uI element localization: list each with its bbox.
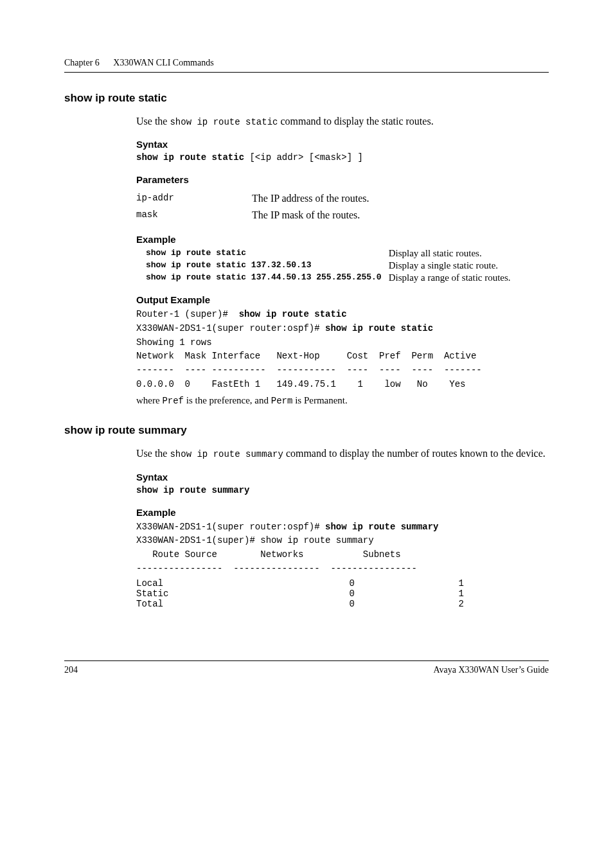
- page-number: 204: [64, 665, 78, 675]
- parameters-label: Parameters: [136, 174, 549, 185]
- param-row: mask The IP mask of the routes.: [136, 207, 369, 224]
- static-intro: Use the show ip route static command to …: [136, 114, 549, 128]
- where-line: where Pref is the preference, and Perm i…: [136, 395, 549, 406]
- chapter-header: Chapter 6 X330WAN CLI Commands: [64, 58, 549, 73]
- example-row: show ip route static Display all static …: [145, 247, 511, 260]
- summary-intro: Use the show ip route summary command to…: [136, 446, 549, 461]
- example-table-static: show ip route static Display all static …: [145, 247, 511, 284]
- example-label: Example: [136, 234, 549, 245]
- param-row: ip-addr The IP address of the routes.: [136, 190, 369, 207]
- guide-title: Avaya X330WAN User’s Guide: [434, 665, 549, 675]
- code-output-summary: X330WAN-2DS1-1(super router:ospf)# show …: [136, 520, 549, 576]
- chapter-label: Chapter 6: [64, 58, 100, 67]
- syntax-line-static: show ip route static [<ip addr> [<mask>]…: [136, 152, 549, 163]
- example-row: show ip route static 137.32.50.13 Displa…: [145, 260, 511, 272]
- code-output-static: Router-1 (super)# show ip route static X…: [136, 308, 549, 391]
- page-footer: 204 Avaya X330WAN User’s Guide: [64, 660, 549, 675]
- output-example-label: Output Example: [136, 294, 549, 305]
- summary-row: Total 0 2: [136, 599, 464, 609]
- chapter-title: X330WAN CLI Commands: [113, 58, 213, 67]
- syntax-line-summary: show ip route summary: [136, 485, 549, 495]
- syntax-label: Syntax: [136, 139, 549, 150]
- summary-row: Static 0 1: [136, 589, 464, 599]
- syntax-label-summary: Syntax: [136, 472, 549, 483]
- section-heading-summary: show ip route summary: [64, 424, 549, 437]
- summary-output-table: Local 0 1 Static 0 1 Total 0 2: [136, 578, 464, 609]
- parameters-table: ip-addr The IP address of the routes. ma…: [136, 190, 369, 224]
- summary-row: Local 0 1: [136, 578, 464, 589]
- example-label-summary: Example: [136, 507, 549, 518]
- section-heading-static: show ip route static: [64, 92, 549, 105]
- example-row: show ip route static 137.44.50.13 255.25…: [145, 272, 511, 284]
